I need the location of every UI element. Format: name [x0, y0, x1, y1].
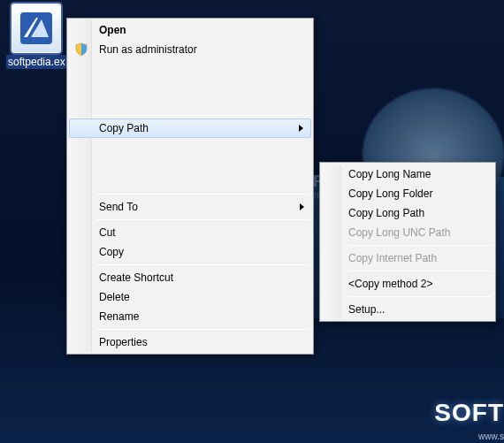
menu-copy[interactable]: Copy [69, 242, 311, 262]
menu-label: <Copy method 2> [348, 278, 432, 290]
separator [348, 271, 492, 271]
separator [95, 115, 309, 116]
app-icon [11, 4, 61, 53]
desktop-icon-label: softpedia.ex [6, 55, 66, 69]
menu-run-as-admin[interactable]: Run as administrator [69, 40, 311, 59]
menu-label: Rename [99, 310, 139, 323]
menu-label: Copy [99, 246, 124, 258]
menu-label: Copy Path [99, 122, 149, 134]
submenu-copy-long-unc: Copy Long UNC Path [322, 223, 493, 242]
context-menu: Open Run as administrator Copy Path Send… [66, 18, 314, 355]
menu-label: Copy Long Name [348, 168, 431, 180]
submenu-copy-long-path[interactable]: Copy Long Path [322, 203, 493, 223]
separator [95, 329, 309, 330]
menu-label: Create Shortcut [99, 271, 173, 284]
menu-label: Copy Long UNC Path [348, 226, 450, 239]
submenu-copy-long-folder[interactable]: Copy Long Folder [322, 184, 493, 203]
menu-label: Copy Long Path [348, 207, 424, 219]
menu-copy-path[interactable]: Copy Path [69, 118, 311, 138]
menu-create-shortcut[interactable]: Create Shortcut [69, 268, 311, 287]
menu-send-to[interactable]: Send To [69, 197, 311, 217]
submenu-copy-internet-path: Copy Internet Path [322, 248, 493, 268]
menu-label: Properties [99, 336, 148, 348]
separator [95, 194, 309, 195]
menu-label: Copy Internet Path [348, 252, 437, 264]
menu-label: Send To [99, 201, 138, 213]
submenu-setup[interactable]: Setup... [322, 300, 493, 319]
menu-cut[interactable]: Cut [69, 223, 311, 242]
separator [348, 296, 492, 297]
menu-label: Cut [99, 226, 116, 239]
site-url-fragment: www.s [478, 432, 504, 441]
separator [95, 264, 309, 265]
submenu-arrow-icon [300, 203, 304, 210]
menu-label: Run as administrator [99, 43, 197, 56]
menu-delete[interactable]: Delete [69, 287, 311, 307]
separator [348, 245, 492, 246]
softpedia-logo-text: SOFT [434, 399, 504, 427]
submenu-copy-method-2[interactable]: <Copy method 2> [322, 274, 493, 294]
menu-label: Open [99, 24, 126, 36]
menu-label: Setup... [348, 303, 385, 316]
menu-properties[interactable]: Properties [69, 332, 311, 352]
menu-label: Delete [99, 291, 130, 303]
menu-rename[interactable]: Rename [69, 307, 311, 326]
copy-path-submenu: Copy Long Name Copy Long Folder Copy Lon… [319, 162, 496, 322]
separator [95, 219, 309, 220]
submenu-copy-long-name[interactable]: Copy Long Name [322, 164, 493, 184]
desktop-icon-softpedia[interactable]: softpedia.ex [5, 4, 67, 71]
menu-label: Copy Long Folder [348, 187, 432, 200]
shield-icon [74, 42, 88, 57]
menu-open[interactable]: Open [69, 20, 311, 40]
submenu-arrow-icon [299, 125, 303, 132]
